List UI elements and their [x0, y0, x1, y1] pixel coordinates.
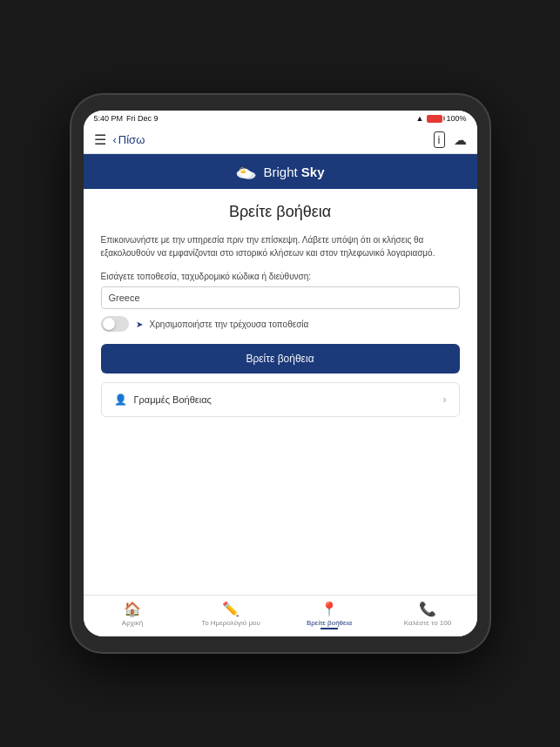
page-title: Βρείτε βοήθεια	[101, 203, 460, 221]
time-display: 5:40 PM	[94, 114, 124, 123]
tab-bar: 🏠 Αρχική ✏️ Το Ημερολόγιό μου 📍 Βρείτε β…	[84, 595, 477, 636]
info-text: Επικοινωνήστε με την υπηρεσία πριν την ε…	[101, 233, 460, 259]
input-label: Εισάγετε τοποθεσία, ταχυδρομικό κώδικα ή…	[101, 272, 460, 281]
location-toggle-label: Χρησιμοποιήστε την τρέχουσα τοποθεσία	[150, 320, 309, 329]
location-toggle[interactable]	[101, 316, 129, 332]
location-input[interactable]	[101, 286, 460, 309]
diary-icon: ✏️	[222, 601, 240, 617]
person-icon: 👤	[114, 394, 127, 406]
tab-call-100[interactable]: 📞 Καλέστε το 100	[379, 601, 477, 629]
content-inner: Βρείτε βοήθεια Επικοινωνήστε με την υπηρ…	[84, 189, 477, 431]
date-display: Fri Dec 9	[126, 114, 159, 123]
tablet-screen: 5:40 PM Fri Dec 9 ▲ 100% ☰ ‹ Πίσω i ☁	[84, 111, 477, 636]
nav-bar: ☰ ‹ Πίσω i ☁	[84, 126, 477, 154]
call-icon: 📞	[419, 601, 436, 617]
info-icon[interactable]: i	[434, 131, 445, 148]
back-label: Πίσω	[118, 133, 145, 146]
app-title: Bright Sky	[263, 165, 324, 179]
status-bar-left: 5:40 PM Fri Dec 9	[94, 114, 159, 123]
status-bar: 5:40 PM Fri Dec 9 ▲ 100%	[84, 111, 477, 126]
location-toggle-row: ➤ Χρησιμοποιήστε την τρέχουσα τοποθεσία	[101, 316, 460, 332]
back-button[interactable]: ‹ Πίσω	[113, 133, 145, 146]
svg-text:🌤: 🌤	[240, 166, 247, 175]
app-name-bold: Sky	[301, 165, 325, 179]
app-logo-icon: 🌤	[235, 163, 258, 180]
nav-bar-right: i ☁	[434, 131, 467, 148]
tab-find-help[interactable]: 📍 Βρείτε βοήθεια	[280, 601, 379, 629]
app-name-light: Bright	[263, 165, 300, 179]
app-header: 🌤 Bright Sky	[84, 154, 477, 189]
home-icon: 🏠	[124, 601, 141, 617]
battery-percent: 100%	[446, 114, 466, 123]
status-bar-right: ▲ 100%	[416, 114, 467, 123]
tab-home-label: Αρχική	[122, 619, 143, 627]
find-help-icon: 📍	[320, 601, 338, 617]
chevron-right-icon: ›	[443, 394, 447, 406]
helplines-list-item[interactable]: 👤 Γραμμές Βοήθειας ›	[101, 382, 460, 417]
tab-call-label: Καλέστε το 100	[404, 619, 451, 627]
battery-icon	[427, 115, 442, 123]
back-chevron-icon: ‹	[113, 133, 117, 146]
find-help-button[interactable]: Βρείτε βοήθεια	[101, 344, 460, 374]
tab-find-help-label: Βρείτε βοήθεια	[307, 619, 352, 629]
main-content: Βρείτε βοήθεια Επικοινωνήστε με την υπηρ…	[84, 189, 477, 595]
location-arrow-icon: ➤	[136, 320, 143, 329]
helplines-label: Γραμμές Βοήθειας	[134, 394, 212, 405]
tab-diary-label: Το Ημερολόγιό μου	[201, 619, 260, 627]
tab-home[interactable]: 🏠 Αρχική	[84, 601, 182, 629]
tab-diary[interactable]: ✏️ Το Ημερολόγιό μου	[182, 601, 280, 629]
menu-icon[interactable]: ☰	[94, 131, 106, 148]
list-item-left: 👤 Γραμμές Βοήθειας	[114, 394, 212, 406]
tablet-frame: 5:40 PM Fri Dec 9 ▲ 100% ☰ ‹ Πίσω i ☁	[71, 95, 489, 652]
wifi-icon: ▲	[416, 114, 424, 123]
cloud-icon[interactable]: ☁	[454, 132, 467, 148]
